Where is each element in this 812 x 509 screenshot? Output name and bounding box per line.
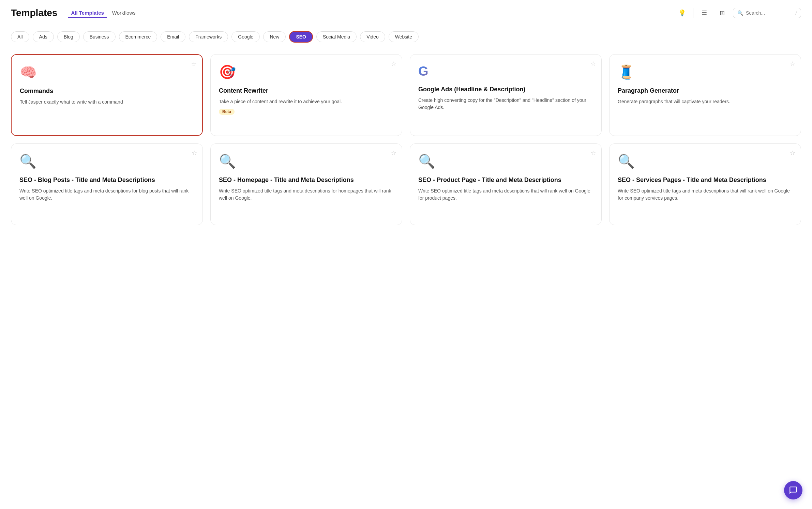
google-ads-icon: G xyxy=(418,64,593,79)
template-card-seo-homepage[interactable]: ☆ 🔍 SEO - Homepage - Title and Meta Desc… xyxy=(210,143,402,225)
filter-frameworks[interactable]: Frameworks xyxy=(189,31,228,42)
seo-services-title: SEO - Services Pages - Title and Meta De… xyxy=(618,176,793,184)
header-actions: 💡 ☰ ⊞ 🔍 / xyxy=(675,6,801,20)
search-input[interactable] xyxy=(746,10,787,16)
seo-homepage-icon: 🔍 xyxy=(219,153,394,169)
main-nav: All Templates Workflows xyxy=(68,9,667,18)
filter-all[interactable]: All xyxy=(11,31,29,42)
google-ads-title: Google Ads (Headline & Description) xyxy=(418,86,593,93)
beta-badge: Beta xyxy=(219,109,235,115)
template-card-commands[interactable]: ☆ 🧠 Commands Tell Jasper exactly what to… xyxy=(11,54,203,136)
favorite-button[interactable]: ☆ xyxy=(191,60,197,68)
template-card-google-ads[interactable]: ☆ G Google Ads (Headline & Description) … xyxy=(410,54,602,136)
favorite-button[interactable]: ☆ xyxy=(391,149,396,157)
template-card-paragraph-generator[interactable]: ☆ 🧵 Paragraph Generator Generate paragra… xyxy=(609,54,801,136)
template-card-seo-product[interactable]: ☆ 🔍 SEO - Product Page - Title and Meta … xyxy=(410,143,602,225)
commands-title: Commands xyxy=(20,87,194,95)
grid-button[interactable]: ⊞ xyxy=(715,6,729,20)
filter-ads[interactable]: Ads xyxy=(33,31,54,42)
filter-new[interactable]: New xyxy=(263,31,286,42)
favorite-button[interactable]: ☆ xyxy=(391,60,396,67)
template-grid: ☆ 🧠 Commands Tell Jasper exactly what to… xyxy=(11,54,801,225)
paragraph-generator-icon: 🧵 xyxy=(618,64,793,80)
favorite-button[interactable]: ☆ xyxy=(590,60,596,67)
header: Templates All Templates Workflows 💡 ☰ ⊞ … xyxy=(0,0,812,26)
filter-video[interactable]: Video xyxy=(360,31,385,42)
main-content: ☆ 🧠 Commands Tell Jasper exactly what to… xyxy=(0,47,812,239)
filter-email[interactable]: Email xyxy=(161,31,185,42)
content-rewriter-title: Content Rewriter xyxy=(219,87,394,95)
nav-workflows[interactable]: Workflows xyxy=(109,9,138,18)
seo-homepage-title: SEO - Homepage - Title and Meta Descript… xyxy=(219,176,394,184)
filter-seo[interactable]: SEO xyxy=(289,31,313,43)
seo-blog-desc: Write SEO optimized title tags and meta … xyxy=(19,187,194,202)
paragraph-generator-title: Paragraph Generator xyxy=(618,87,793,95)
template-card-seo-services[interactable]: ☆ 🔍 SEO - Services Pages - Title and Met… xyxy=(609,143,801,225)
nav-all-templates[interactable]: All Templates xyxy=(68,9,106,18)
favorite-button[interactable]: ☆ xyxy=(790,60,795,67)
template-card-seo-blog[interactable]: ☆ 🔍 SEO - Blog Posts - Title and Meta De… xyxy=(11,143,203,225)
filter-ecommerce[interactable]: Ecommerce xyxy=(119,31,157,42)
search-shortcut: / xyxy=(795,11,797,16)
content-rewriter-icon: 🎯 xyxy=(219,64,394,80)
favorite-button[interactable]: ☆ xyxy=(192,149,197,157)
content-rewriter-desc: Take a piece of content and rewrite it t… xyxy=(219,98,394,105)
favorite-button[interactable]: ☆ xyxy=(790,149,795,157)
google-ads-desc: Create high converting copy for the "Des… xyxy=(418,97,593,111)
lightbulb-button[interactable]: 💡 xyxy=(675,6,689,20)
grid-icon: ⊞ xyxy=(720,9,725,17)
seo-blog-title: SEO - Blog Posts - Title and Meta Descri… xyxy=(19,176,194,184)
filter-business[interactable]: Business xyxy=(83,31,116,42)
filter-blog[interactable]: Blog xyxy=(57,31,80,42)
seo-homepage-desc: Write SEO optimized title tags and meta … xyxy=(219,187,394,202)
seo-services-icon: 🔍 xyxy=(618,153,793,169)
commands-desc: Tell Jasper exactly what to write with a… xyxy=(20,98,194,106)
search-icon: 🔍 xyxy=(737,10,743,16)
seo-product-icon: 🔍 xyxy=(418,153,593,169)
menu-button[interactable]: ☰ xyxy=(697,6,711,20)
seo-services-desc: Write SEO optimized title tags and meta … xyxy=(618,187,793,202)
menu-icon: ☰ xyxy=(702,9,707,17)
seo-blog-icon: 🔍 xyxy=(19,153,194,169)
seo-product-title: SEO - Product Page - Title and Meta Desc… xyxy=(418,176,593,184)
filter-social-media[interactable]: Social Media xyxy=(316,31,357,42)
search-box[interactable]: 🔍 / xyxy=(733,8,801,18)
filter-bar: All Ads Blog Business Ecommerce Email Fr… xyxy=(0,26,812,47)
favorite-button[interactable]: ☆ xyxy=(590,149,596,157)
page-title: Templates xyxy=(11,7,57,18)
commands-icon: 🧠 xyxy=(20,64,194,80)
divider xyxy=(693,8,693,18)
lightbulb-icon: 💡 xyxy=(678,9,686,17)
paragraph-generator-desc: Generate paragraphs that will captivate … xyxy=(618,98,793,105)
filter-website[interactable]: Website xyxy=(389,31,419,42)
seo-product-desc: Write SEO optimized title tags and meta … xyxy=(418,187,593,202)
template-card-content-rewriter[interactable]: ☆ 🎯 Content Rewriter Take a piece of con… xyxy=(210,54,402,136)
filter-google[interactable]: Google xyxy=(231,31,260,42)
